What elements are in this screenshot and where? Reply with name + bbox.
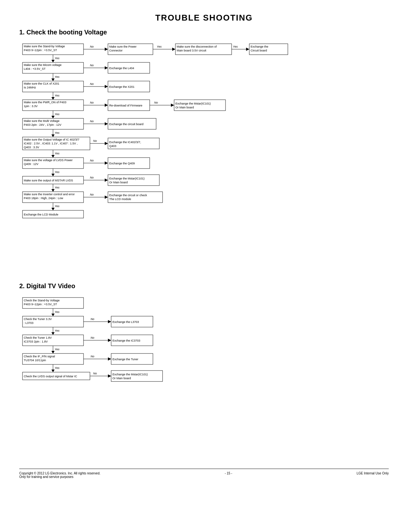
svg-text:Yes: Yes — [55, 113, 60, 116]
section1-flowchart: Make sure the Stand-by Voltage P403 9~12… — [19, 41, 386, 266]
footer-rights: LGE Internal Use Only — [357, 472, 389, 479]
svg-text:Exchange the IC3703: Exchange the IC3703 — [112, 339, 140, 342]
svg-text:Exchange the Tuner: Exchange the Tuner — [112, 358, 138, 361]
svg-text:P403 18pin : High, 24pin : Low: P403 18pin : High, 24pin : Low — [24, 197, 63, 200]
section2-heading: 2. Digital TV Video — [19, 282, 389, 290]
svg-text:Exchange the: Exchange the — [251, 45, 268, 48]
svg-text:Exchange the IC402/3/7,: Exchange the IC402/3/7, — [109, 141, 141, 144]
svg-text:No: No — [93, 372, 97, 375]
svg-text:Make sure the disconnection of: Make sure the disconnection of — [177, 45, 217, 48]
svg-text:Exchange the circuit or check: Exchange the circuit or check — [109, 194, 147, 197]
svg-text:Make sure the Multi Voltage: Make sure the Multi Voltage — [24, 119, 59, 123]
section1-heading: 1. Check the booting Voltage — [19, 29, 389, 36]
svg-text:Check the Tuner 1.8V: Check the Tuner 1.8V — [24, 336, 52, 339]
svg-marker-57 — [105, 48, 108, 51]
svg-text:No: No — [91, 336, 94, 339]
section1: 1. Check the booting Voltage Make sure t… — [19, 29, 389, 266]
section2: 2. Digital TV Video Check the Stand-by V… — [19, 282, 389, 449]
svg-text:Yes: Yes — [55, 310, 60, 314]
svg-text:Q403: Q403 — [109, 144, 116, 148]
footer-copyright: Copyright © 2012 LG Electronics. Inc. Al… — [19, 472, 100, 475]
section2-flowchart: Check the Stand-by Voltage P403 9~12pin … — [19, 294, 308, 449]
svg-text:Yes: Yes — [55, 366, 60, 370]
svg-text:P403 9~12pin : +3.5V_ST: P403 9~12pin : +3.5V_ST — [24, 303, 57, 306]
svg-text:IC3703 2pin : 1.8V: IC3703 2pin : 1.8V — [24, 340, 48, 343]
svg-text:TU3704 10/11pin: TU3704 10/11pin — [24, 359, 46, 362]
svg-text:Yes: Yes — [55, 329, 60, 332]
svg-marker-96 — [105, 122, 108, 125]
svg-marker-112 — [105, 179, 108, 182]
svg-text:No: No — [90, 159, 94, 162]
svg-text:Check the Stand-by Voltage: Check the Stand-by Voltage — [24, 299, 60, 302]
svg-text:No: No — [93, 139, 97, 142]
svg-text:Q403 : 3.3V: Q403 : 3.3V — [24, 146, 39, 149]
footer: Copyright © 2012 LG Electronics. Inc. Al… — [19, 469, 389, 479]
svg-marker-52 — [51, 208, 55, 210]
svg-text:Exchange the circuit board: Exchange the circuit board — [109, 123, 144, 126]
svg-text:No: No — [90, 193, 94, 196]
svg-text:P403 9~12pin : +3.5V_ST: P403 9~12pin : +3.5V_ST — [24, 49, 57, 52]
svg-marker-85 — [105, 104, 108, 107]
svg-marker-35 — [51, 155, 55, 158]
page-title: TROUBLE SHOOTING — [19, 13, 389, 23]
svg-text:IC402 : 2.5V , IC403: 1.1V , I: IC402 : 2.5V , IC403: 1.1V , IC407 : 1.5… — [24, 142, 78, 145]
svg-text:Yes: Yes — [55, 186, 60, 189]
svg-text:Main board 3.5V circuit: Main board 3.5V circuit — [177, 49, 207, 52]
svg-marker-101 — [105, 142, 108, 145]
svg-marker-165 — [108, 374, 111, 378]
svg-text:Yes: Yes — [55, 348, 60, 351]
footer-left: Copyright © 2012 LG Electronics. Inc. Al… — [19, 472, 100, 479]
svg-marker-69 — [246, 48, 249, 51]
svg-text:Yes: Yes — [55, 131, 60, 134]
svg-text:Make sure the Output Voltage o: Make sure the Output Voltage of IC 402/3… — [24, 138, 79, 141]
svg-text:Yes: Yes — [55, 205, 60, 208]
svg-text:Check the Tuner 3.3V: Check the Tuner 3.3V — [24, 317, 52, 321]
svg-marker-16 — [51, 97, 55, 100]
svg-text:No: No — [90, 64, 94, 67]
svg-text:No: No — [91, 317, 94, 321]
svg-marker-150 — [108, 320, 111, 323]
svg-marker-107 — [105, 161, 108, 165]
svg-text:No: No — [90, 82, 94, 86]
svg-text:Yes: Yes — [55, 94, 60, 97]
svg-text:No: No — [154, 101, 158, 104]
svg-text:Or Main board: Or Main board — [112, 377, 131, 380]
svg-text:1pin : 3.3V: 1pin : 3.3V — [24, 105, 38, 108]
svg-text:Make sure the Inverter control: Make sure the Inverter control and error — [24, 193, 75, 196]
svg-marker-90 — [171, 104, 174, 107]
svg-text:Yes: Yes — [157, 45, 162, 48]
svg-text:: L3703: : L3703 — [24, 321, 33, 325]
svg-marker-41 — [51, 174, 55, 176]
svg-text:Yes: Yes — [55, 170, 60, 174]
svg-text:Check the IF_P/N signal: Check the IF_P/N signal — [24, 355, 55, 358]
svg-text:Make sure the voltage of LVDS : Make sure the voltage of LVDS Power — [24, 159, 73, 162]
svg-text:No: No — [90, 101, 94, 104]
svg-text:Yes: Yes — [55, 75, 60, 78]
svg-text:Exchange the X201: Exchange the X201 — [109, 85, 135, 88]
svg-text:Exchange the Mstar(IC101): Exchange the Mstar(IC101) — [175, 102, 211, 105]
svg-marker-155 — [108, 339, 111, 342]
svg-text:L404 : +3.5V_ST: L404 : +3.5V_ST — [24, 67, 46, 70]
svg-text:Exchange the LCD Module: Exchange the LCD Module — [24, 213, 58, 216]
svg-text:Exchange the Mstar(IC101): Exchange the Mstar(IC101) — [109, 177, 145, 180]
svg-marker-28 — [51, 134, 55, 137]
svg-text:Exchange the L404: Exchange the L404 — [109, 67, 134, 70]
svg-text:Exchange the Mstar(IC101): Exchange the Mstar(IC101) — [112, 373, 148, 376]
svg-text:Check the LVDS output signal o: Check the LVDS output signal of Mstar IC — [24, 375, 77, 378]
svg-text:Make sure the Power: Make sure the Power — [109, 45, 137, 48]
svg-marker-22 — [51, 116, 55, 118]
svg-marker-127 — [51, 314, 55, 316]
svg-marker-145 — [51, 370, 55, 372]
svg-text:Or Main board: Or Main board — [109, 181, 128, 184]
svg-marker-80 — [105, 85, 108, 88]
svg-text:The LCD module: The LCD module — [109, 197, 131, 201]
svg-text:No: No — [90, 45, 94, 48]
svg-text:Make sure the Micom voltage: Make sure the Micom voltage — [24, 63, 62, 67]
svg-text:Q409 : 12V: Q409 : 12V — [24, 162, 39, 166]
svg-text:Circuit board: Circuit board — [251, 49, 267, 52]
svg-text:Yes: Yes — [55, 57, 60, 60]
svg-text:No: No — [90, 176, 94, 179]
svg-marker-4 — [51, 60, 55, 62]
svg-marker-75 — [105, 66, 108, 69]
svg-marker-46 — [51, 189, 55, 192]
